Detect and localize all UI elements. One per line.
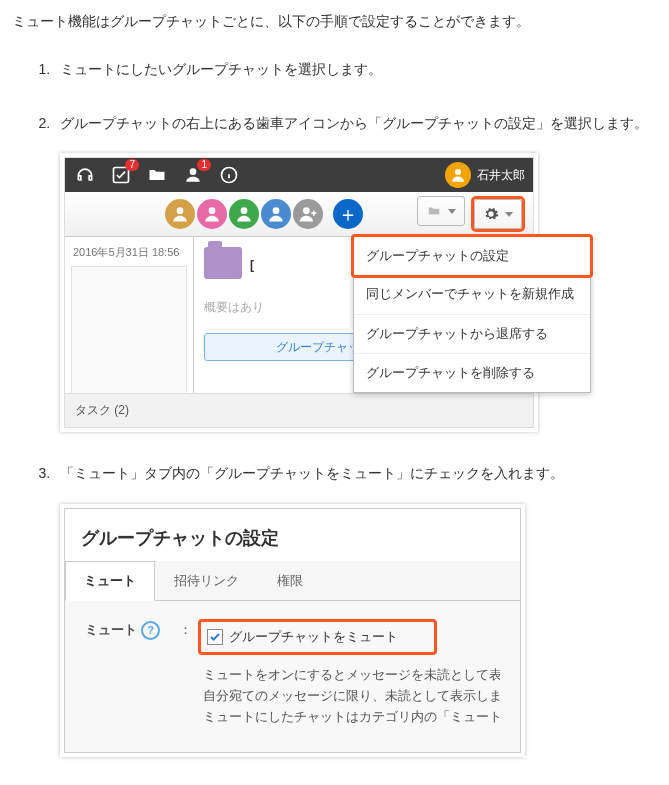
summary-placeholder: 概要はあり [204, 297, 264, 317]
desc-line: ミュートをオンにするとメッセージを未読として表示 [203, 667, 500, 682]
add-person-icon[interactable] [293, 199, 323, 229]
folder-icon[interactable] [145, 163, 169, 187]
gear-button-highlight [471, 196, 525, 232]
desc-line: 自分宛てのメッセージに限り、未読として表示します [203, 688, 500, 703]
folder-dropdown-button[interactable] [417, 196, 465, 226]
dd-item-delete[interactable]: グループチャットを削除する [354, 354, 590, 392]
checkbox-label: グループチャットをミュート [229, 626, 398, 648]
app-window: 7 1 [64, 157, 534, 427]
chat-title: [ [250, 255, 254, 275]
tabs: ミュート 招待リンク 権限 [65, 561, 520, 601]
intro-text: ミュート機能はグループチャットごとに、以下の手順で設定することができます。 [12, 10, 657, 34]
settings-dialog: グループチャットの設定 ミュート 招待リンク 権限 ミュート ? ： [64, 508, 521, 753]
help-icon[interactable]: ? [141, 621, 160, 640]
step-2-text: グループチャットの右上にある歯車アイコンから「グループチャットの設定」を選択しま… [60, 115, 648, 131]
headset-icon[interactable] [73, 163, 97, 187]
figure-1: 7 1 [60, 153, 538, 431]
dialog-title: グループチャットの設定 [65, 509, 520, 562]
caret-down-icon [448, 209, 456, 214]
svg-point-4 [177, 208, 184, 215]
toolbar: ＋ [65, 192, 533, 237]
avatar[interactable] [165, 199, 195, 229]
mute-checkbox[interactable] [207, 629, 223, 645]
timestamp: 2016年5月31日 18:56 [65, 237, 193, 262]
plus-button[interactable]: ＋ [333, 199, 363, 229]
mute-description: ミュートをオンにするとメッセージを未読として表示 自分宛てのメッセージに限り、未… [203, 665, 500, 727]
dd-item-settings[interactable]: グループチャットの設定 [354, 237, 590, 275]
dd-item-newchat[interactable]: 同じメンバーでチャットを新規作成 [354, 275, 590, 314]
checkbox-icon[interactable]: 7 [109, 163, 133, 187]
username: 石井太郎 [477, 165, 525, 185]
svg-point-7 [273, 208, 280, 215]
dropdown-highlight: グループチャットの設定 [351, 234, 593, 278]
figure-2: グループチャットの設定 ミュート 招待リンク 権限 ミュート ? ： [60, 504, 525, 757]
gear-button[interactable] [474, 199, 522, 229]
chat-card[interactable] [71, 266, 187, 394]
dd-item-leave[interactable]: グループチャットから退席する [354, 315, 590, 354]
step-2: グループチャットの右上にある歯車アイコンから「グループチャットの設定」を選択しま… [54, 112, 657, 432]
chat-folder-icon [204, 247, 242, 279]
chat-list: 2016年5月31日 18:56 [65, 237, 194, 393]
row-label: ミュート [85, 619, 137, 641]
person-icon[interactable]: 1 [181, 163, 205, 187]
current-user[interactable]: 石井太郎 [445, 162, 525, 188]
svg-point-8 [303, 208, 310, 215]
row-separator: ： [179, 619, 192, 641]
tab-mute[interactable]: ミュート [65, 561, 155, 601]
step-1-text: ミュートにしたいグループチャットを選択します。 [60, 61, 382, 77]
step-1: ミュートにしたいグループチャットを選択します。 [54, 58, 657, 82]
step-3: 「ミュート」タブ内の「グループチャットをミュート」にチェックを入れます。 グルー… [54, 462, 657, 757]
badge-1: 1 [197, 159, 211, 171]
avatar-icon [445, 162, 471, 188]
info-icon[interactable] [217, 163, 241, 187]
gear-dropdown: グループチャットの設定 同じメンバーでチャットを新規作成 グループチャットから退… [353, 236, 591, 392]
avatar[interactable] [197, 199, 227, 229]
checkbox-highlight: グループチャットをミュート [198, 619, 437, 655]
step-3-text: 「ミュート」タブ内の「グループチャットをミュート」にチェックを入れます。 [60, 465, 564, 481]
badge-7: 7 [125, 159, 139, 171]
svg-point-1 [190, 169, 197, 176]
member-avatars: ＋ [165, 199, 363, 229]
svg-point-6 [241, 208, 248, 215]
tab-invite-link[interactable]: 招待リンク [155, 561, 258, 600]
svg-point-5 [209, 208, 216, 215]
svg-point-3 [455, 169, 461, 175]
top-bar: 7 1 [65, 158, 533, 192]
tasks-section[interactable]: タスク (2) [65, 393, 533, 426]
avatar[interactable] [261, 199, 291, 229]
avatar[interactable] [229, 199, 259, 229]
desc-line: ミュートにしたチャットはカテゴリ内の「ミュート中 [203, 709, 500, 724]
tab-permission[interactable]: 権限 [258, 561, 322, 600]
caret-down-icon [505, 212, 513, 217]
